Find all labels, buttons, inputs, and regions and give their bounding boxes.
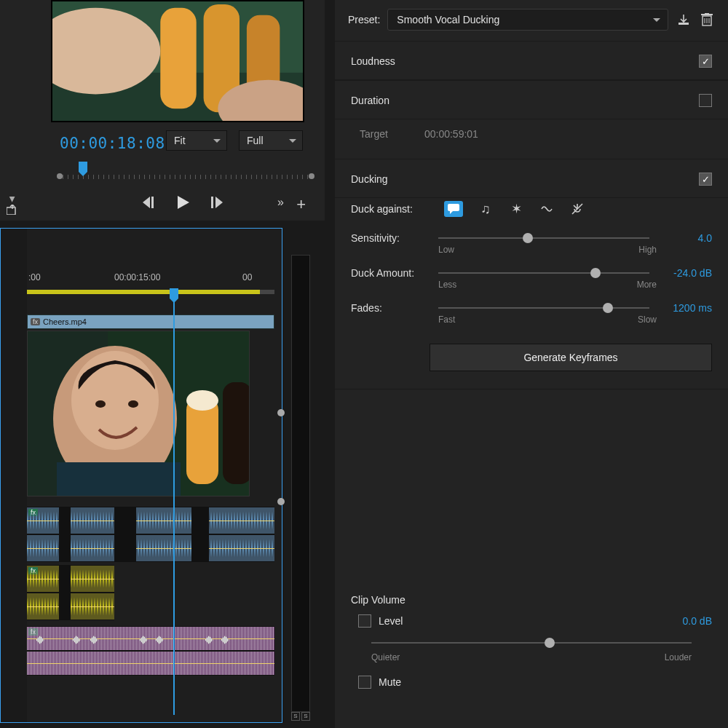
ambience-icon[interactable]: [539, 201, 555, 217]
clip-volume-section: Clip Volume Level 0.0 dB QuieterLouder M…: [335, 587, 728, 693]
sensitivity-value[interactable]: 4.0: [658, 232, 712, 244]
preset-label: Preset:: [348, 14, 380, 25]
amount-slider[interactable]: [438, 266, 649, 280]
svg-point-21: [186, 390, 218, 411]
fades-label: Fades:: [351, 302, 430, 314]
slider-min: Fast: [438, 314, 455, 325]
svg-rect-19: [57, 462, 181, 496]
loudness-label: Loudness: [351, 55, 395, 67]
keyframe-dot[interactable]: [277, 409, 285, 416]
step-forward-button[interactable]: [211, 197, 224, 208]
clip-gap: [191, 507, 209, 562]
audio-clip-a2b[interactable]: [27, 593, 114, 620]
save-preset-icon[interactable]: [676, 12, 692, 28]
ruler-label: :00: [28, 272, 41, 282]
music-clip-a3[interactable]: fx: [27, 626, 274, 651]
svg-rect-12: [7, 207, 15, 215]
video-track-thumbnail[interactable]: [27, 331, 250, 496]
svg-rect-10: [211, 197, 213, 208]
preset-row: Preset: Smooth Vocal Ducking: [335, 0, 728, 41]
level-checkbox[interactable]: [358, 614, 371, 628]
level-label: Level: [379, 615, 403, 627]
export-frame-icon[interactable]: [7, 205, 18, 215]
svg-rect-22: [223, 382, 250, 484]
music-note-icon[interactable]: ♫: [478, 201, 494, 217]
generate-keyframes-button[interactable]: Generate Keyframes: [430, 344, 712, 371]
solo-toggle[interactable]: S: [291, 712, 300, 721]
delete-preset-icon[interactable]: [699, 12, 715, 28]
preset-dropdown[interactable]: Smooth Vocal Ducking: [387, 9, 668, 31]
level-value[interactable]: 0.0 dB: [683, 615, 712, 627]
level-slider[interactable]: [371, 636, 692, 649]
fades-value[interactable]: 1200 ms: [658, 302, 712, 314]
loudness-header[interactable]: Loudness ✓: [335, 41, 728, 80]
track-area: fx Cheers.mp4 fx: [27, 300, 274, 722]
audio-clip-a2[interactable]: fx: [27, 565, 114, 593]
sfx-burst-icon[interactable]: ✶: [508, 201, 524, 217]
ducking-label: Ducking: [351, 173, 388, 185]
duck-against-row: Duck against: ♫ ✶: [335, 198, 728, 227]
timeline-playhead[interactable]: [170, 288, 178, 298]
svg-rect-26: [705, 13, 709, 15]
play-button[interactable]: [178, 196, 189, 209]
chevron-down-icon: [289, 139, 296, 143]
duck-against-label: Duck against:: [351, 203, 430, 215]
meter-bar: [291, 255, 310, 712]
target-label: Target: [360, 128, 388, 140]
svg-point-17: [95, 400, 106, 408]
twirl-icon[interactable]: ▶: [9, 196, 17, 202]
preset-value: Smooth Vocal Ducking: [397, 14, 499, 25]
ducking-header[interactable]: Ducking ✓: [335, 159, 728, 198]
track-header-column: [1, 229, 27, 722]
target-value: 00:00:59:01: [424, 128, 478, 140]
duration-checkbox[interactable]: [699, 94, 712, 107]
clip-name: Cheers.mp4: [43, 317, 87, 326]
video-clip[interactable]: fx Cheers.mp4: [27, 314, 274, 329]
quality-value: Full: [247, 135, 264, 146]
mute-label: Mute: [379, 676, 401, 688]
monitor-sidesplit: ▶: [0, 191, 25, 218]
program-monitor: 00:00:18:08 Fit Full » +: [0, 0, 325, 221]
time-ruler[interactable]: :00 00:00:15:00 00: [27, 272, 274, 290]
duration-header[interactable]: Duration: [335, 80, 728, 119]
sensitivity-slider[interactable]: [438, 232, 649, 245]
zoom-value: Fit: [174, 135, 186, 146]
timecode-display[interactable]: 00:00:18:08: [60, 135, 165, 152]
slider-max: High: [638, 245, 657, 255]
svg-point-16: [71, 351, 159, 450]
svg-marker-7: [143, 197, 150, 208]
add-button[interactable]: +: [296, 195, 306, 214]
clip-gap: [59, 565, 71, 620]
loudness-checkbox[interactable]: ✓: [699, 55, 712, 68]
slider-max: Slow: [638, 314, 657, 325]
mute-checkbox[interactable]: [358, 676, 371, 689]
chevron-down-icon: [653, 18, 660, 22]
amount-value[interactable]: -24.0 dB: [658, 267, 712, 279]
playhead-scrub[interactable]: [79, 162, 87, 172]
essential-sound-panel: Preset: Smooth Vocal Ducking Loudness ✓ …: [335, 0, 728, 728]
svg-marker-11: [215, 197, 223, 208]
in-point-handle[interactable]: [57, 173, 63, 179]
dialogue-icon[interactable]: [444, 201, 463, 217]
slider-min: Low: [438, 245, 454, 255]
zoom-dropdown[interactable]: Fit: [166, 130, 227, 151]
music-clip-a3b[interactable]: [27, 651, 274, 676]
transport-more[interactable]: »: [277, 196, 284, 209]
amount-label: Duck Amount:: [351, 267, 430, 279]
keyframe-dot[interactable]: [277, 498, 285, 505]
slider-min: Less: [438, 280, 456, 290]
fades-slider[interactable]: [438, 301, 649, 314]
svg-rect-23: [678, 23, 689, 25]
unassigned-icon[interactable]: [569, 201, 585, 217]
audio-meters: S S: [287, 245, 316, 721]
svg-point-18: [128, 400, 138, 408]
ducking-checkbox[interactable]: ✓: [699, 173, 712, 186]
out-point-handle[interactable]: [309, 173, 314, 179]
ruler-label: 00:00:15:00: [114, 272, 160, 282]
clip-gap: [59, 507, 71, 562]
step-back-button[interactable]: [143, 197, 156, 208]
scrub-bar[interactable]: [57, 162, 314, 185]
quality-dropdown[interactable]: Full: [239, 130, 303, 151]
clip-gap: [114, 507, 136, 562]
solo-toggle[interactable]: S: [301, 712, 310, 721]
